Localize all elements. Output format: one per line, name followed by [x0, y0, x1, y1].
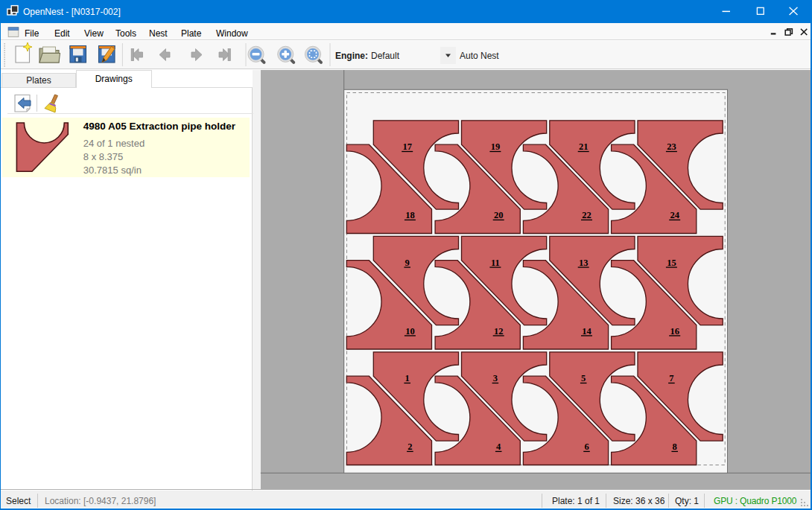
svg-text:13: 13: [579, 258, 589, 268]
svg-text:15: 15: [667, 258, 676, 268]
svg-text:2: 2: [407, 442, 412, 452]
svg-text:24: 24: [670, 210, 679, 220]
svg-text:21: 21: [579, 141, 589, 152]
svg-text:19: 19: [491, 141, 501, 152]
svg-text:20: 20: [494, 210, 504, 220]
svg-text:7: 7: [669, 373, 673, 383]
svg-text:8: 8: [673, 442, 677, 452]
svg-text:23: 23: [667, 141, 676, 152]
svg-text:12: 12: [494, 326, 504, 337]
svg-text:3: 3: [493, 373, 498, 383]
svg-text:5: 5: [581, 373, 586, 383]
svg-text:16: 16: [670, 326, 679, 337]
svg-text:22: 22: [582, 210, 591, 220]
svg-text:11: 11: [491, 258, 500, 268]
svg-text:1: 1: [405, 373, 410, 383]
svg-text:18: 18: [405, 210, 415, 220]
svg-text:14: 14: [582, 326, 591, 337]
svg-text:4: 4: [496, 442, 501, 452]
svg-text:10: 10: [405, 326, 415, 337]
svg-text:9: 9: [405, 258, 410, 268]
svg-text:17: 17: [402, 141, 412, 152]
svg-text:6: 6: [584, 442, 589, 452]
